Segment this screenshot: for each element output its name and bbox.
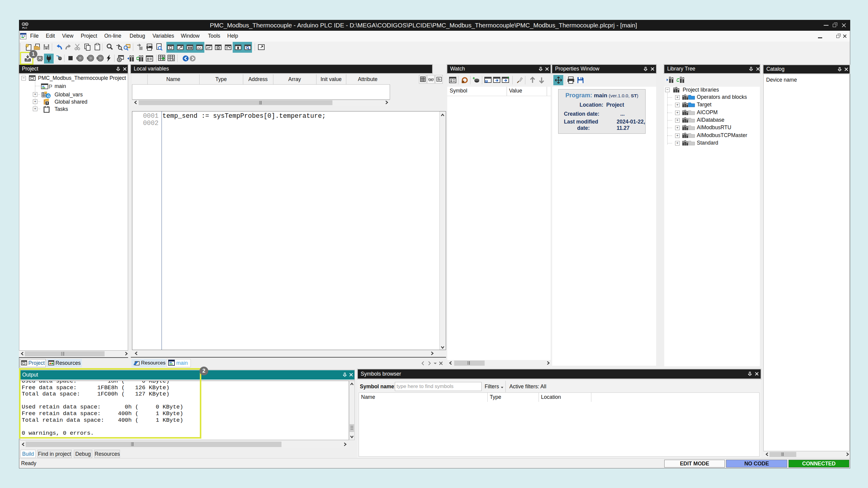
svg-text:P: P: [49, 84, 53, 90]
svg-text:G: G: [47, 94, 50, 98]
